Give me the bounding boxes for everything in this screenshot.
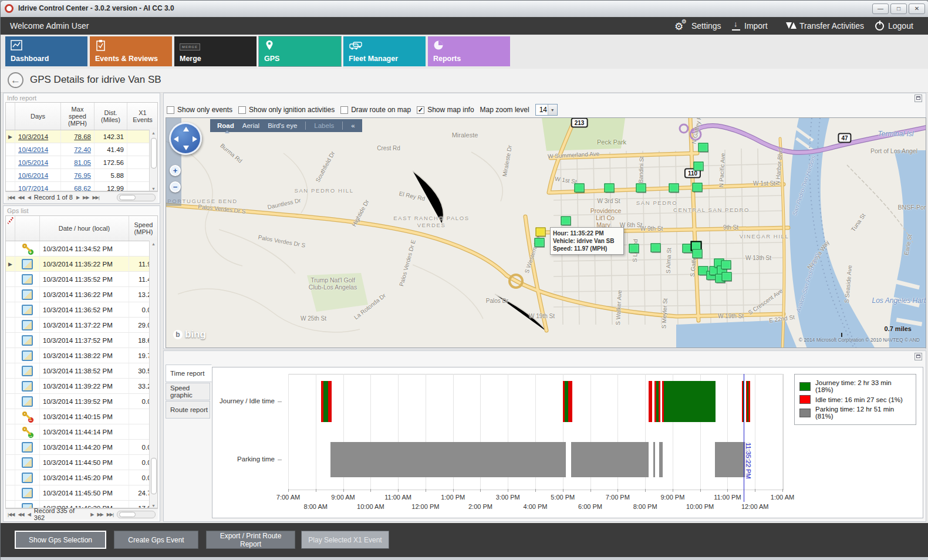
checkbox-show-only-events[interactable]: Show only events bbox=[167, 106, 232, 114]
chart-row-label: Parking time bbox=[219, 456, 275, 463]
max-speed-link[interactable]: 81.05 bbox=[74, 159, 91, 166]
key-on-icon: + bbox=[22, 243, 33, 255]
maximize-button[interactable]: □ bbox=[890, 4, 907, 14]
gps-list-row[interactable]: 10/3/2014 11:39:22 PM33.21 bbox=[6, 379, 157, 394]
map-marker[interactable] bbox=[561, 217, 571, 225]
gps-list-row[interactable]: +10/3/2014 11:34:52 PM bbox=[6, 241, 157, 257]
info-report-row[interactable]: 10/5/201481.05172.56 bbox=[6, 156, 157, 169]
export-print-route-report-button[interactable]: Export / Print Route Report bbox=[206, 531, 295, 549]
day-link[interactable]: 10/7/2014 bbox=[18, 185, 48, 192]
map-panel-collapse-button[interactable] bbox=[914, 95, 922, 102]
map-view-road[interactable]: Road bbox=[217, 122, 234, 129]
map-toolbar-collapse[interactable]: « bbox=[351, 122, 355, 129]
show-gps-selection-button[interactable]: Show Gps Selection bbox=[15, 531, 106, 549]
minimize-button[interactable]: — bbox=[872, 4, 889, 14]
map-label: Lit'l Co bbox=[596, 214, 615, 221]
gps-list-row[interactable]: 10/3/2014 11:38:22 PM19.70 bbox=[6, 348, 157, 363]
gps-list-row[interactable]: 10/3/2014 11:36:22 PM13.28 bbox=[6, 287, 157, 302]
checkbox-icon[interactable] bbox=[167, 106, 174, 114]
gps-vertical-scrollbar[interactable]: ▲▼ bbox=[149, 241, 157, 508]
transfer-activities-button[interactable]: Transfer Activities bbox=[786, 17, 864, 35]
map-zoom-level-select[interactable]: 14▼ bbox=[535, 104, 558, 116]
info-horizontal-scrollbar[interactable] bbox=[117, 194, 156, 201]
x-axis-tick-label: 3:00 PM bbox=[487, 494, 528, 501]
checkbox-draw-route[interactable]: Draw route on map bbox=[340, 106, 411, 114]
gps-list-row[interactable]: →10/3/2014 11:44:14 PM bbox=[6, 424, 157, 440]
gps-list-row[interactable]: 10/3/2014 11:37:52 PM18.63 bbox=[6, 333, 157, 348]
gps-list-row[interactable]: 10/3/2014 11:44:20 PM0.00 bbox=[6, 440, 157, 455]
map-marker[interactable] bbox=[698, 143, 708, 152]
map-marker[interactable] bbox=[535, 238, 545, 247]
map-zoom-in-button[interactable]: + bbox=[170, 165, 181, 176]
info-vertical-scrollbar[interactable]: ▲▼ bbox=[149, 130, 157, 191]
map-marker[interactable] bbox=[629, 244, 639, 253]
tab-events-reviews[interactable]: Events & Reviews bbox=[90, 36, 172, 66]
checkbox-icon[interactable] bbox=[238, 106, 246, 114]
map-marker[interactable] bbox=[722, 272, 732, 281]
gps-list-row[interactable]: 10/3/2014 11:36:52 PM0.00 bbox=[6, 302, 157, 318]
gps-list-row[interactable]: ▶10/3/2014 11:35:22 PM11.97 bbox=[6, 257, 157, 272]
settings-button[interactable]: ⚙⚙ Settings bbox=[674, 17, 721, 35]
map-canvas[interactable]: MiralestePeck ParkW Summerland AveCrest … bbox=[166, 117, 926, 348]
map-marker[interactable] bbox=[693, 249, 703, 258]
map-marker[interactable] bbox=[575, 184, 585, 193]
map-view-aerial[interactable]: Aerial bbox=[242, 122, 259, 129]
gps-list-row[interactable]: 10/3/2014 11:39:52 PM0.00 bbox=[6, 394, 157, 409]
gps-list-row[interactable]: 10/3/2014 11:35:52 PM11.47 bbox=[6, 272, 157, 287]
map-compass-control[interactable] bbox=[169, 122, 202, 155]
map-marker[interactable] bbox=[694, 162, 704, 171]
map-view-birdseye[interactable]: Bird's eye bbox=[268, 122, 297, 129]
tab-reports[interactable]: Reports bbox=[428, 36, 510, 66]
tab-speed-graphic[interactable]: Speed graphic bbox=[166, 383, 210, 400]
map-view-labels[interactable]: Labels bbox=[314, 122, 334, 129]
day-link[interactable]: 10/4/2014 bbox=[18, 146, 48, 153]
gps-list-row[interactable]: −10/3/2014 11:40:15 PM bbox=[6, 409, 157, 424]
checkbox-icon[interactable] bbox=[340, 106, 348, 114]
info-report-row[interactable]: 10/7/201468.6212.99 bbox=[6, 182, 157, 191]
gps-list-row[interactable]: 10/3/2014 11:45:20 PM0.00 bbox=[6, 470, 157, 485]
title-bar[interactable]: Idrive Control Center - 3.0.2 version - … bbox=[1, 1, 928, 18]
max-speed-link[interactable]: 72.40 bbox=[74, 146, 91, 153]
map-zoom-out-button[interactable]: − bbox=[170, 181, 181, 193]
info-report-row[interactable]: 10/6/201476.955.88 bbox=[6, 169, 157, 182]
map-marker[interactable] bbox=[693, 183, 703, 192]
create-gps-event-button[interactable]: Create Gps Event bbox=[114, 531, 198, 549]
tab-dashboard[interactable]: Dashboard bbox=[5, 36, 87, 66]
map-marker[interactable] bbox=[651, 244, 661, 252]
max-speed-link[interactable]: 68.62 bbox=[74, 185, 91, 192]
map-marker[interactable] bbox=[721, 261, 731, 269]
back-button[interactable]: ← bbox=[8, 72, 23, 88]
x-axis-tick-label: 9:00 AM bbox=[323, 494, 364, 501]
close-button[interactable]: ✕ bbox=[909, 4, 925, 14]
play-selected-x1-event-button[interactable]: Play Selected X1 Event bbox=[301, 531, 389, 549]
checkbox-show-map-info[interactable]: ✓Show map info bbox=[417, 106, 474, 114]
map-marker[interactable] bbox=[536, 228, 546, 237]
gps-horizontal-scrollbar[interactable] bbox=[117, 511, 156, 518]
gps-point-icon bbox=[22, 320, 33, 330]
gps-list-row[interactable]: 10/3/2014 11:45:50 PM24.75 bbox=[6, 485, 157, 501]
tab-route-report[interactable]: Route report bbox=[166, 401, 210, 419]
info-report-row[interactable]: ▶10/3/201478.68142.31 bbox=[6, 130, 157, 143]
max-speed-link[interactable]: 76.95 bbox=[74, 172, 91, 179]
map-marker[interactable] bbox=[605, 184, 615, 193]
map-marker[interactable] bbox=[669, 184, 679, 193]
checkbox-show-only-ignition[interactable]: Show only ignition activities bbox=[238, 106, 335, 114]
day-link[interactable]: 10/6/2014 bbox=[18, 172, 48, 179]
max-speed-link[interactable]: 78.68 bbox=[74, 133, 91, 140]
gps-list-row[interactable]: 10/3/2014 11:37:22 PM29.05 bbox=[6, 318, 157, 333]
tab-merge[interactable]: MERGE Merge bbox=[174, 36, 257, 66]
day-link[interactable]: 10/5/2014 bbox=[18, 159, 48, 166]
chart-panel-collapse-button[interactable] bbox=[914, 353, 922, 360]
import-button[interactable]: ↓ Import bbox=[732, 17, 768, 35]
gps-list-row[interactable]: 10/3/2014 11:44:50 PM0.00 bbox=[6, 455, 157, 470]
timeline-bar bbox=[568, 381, 572, 422]
tab-gps[interactable]: GPS bbox=[259, 36, 341, 66]
info-report-row[interactable]: 10/4/201472.4041.49 bbox=[6, 143, 157, 156]
day-link[interactable]: 10/3/2014 bbox=[18, 133, 48, 140]
checkbox-checked-icon[interactable]: ✓ bbox=[417, 106, 424, 114]
map-marker[interactable] bbox=[636, 184, 646, 193]
logout-button[interactable]: Logout bbox=[875, 17, 913, 35]
tab-fleet-manager[interactable]: Fleet Manager bbox=[343, 36, 426, 66]
gps-list-row[interactable]: 10/3/2014 11:38:52 PM30.55 bbox=[6, 363, 157, 379]
tab-time-report[interactable]: Time report bbox=[166, 365, 212, 382]
